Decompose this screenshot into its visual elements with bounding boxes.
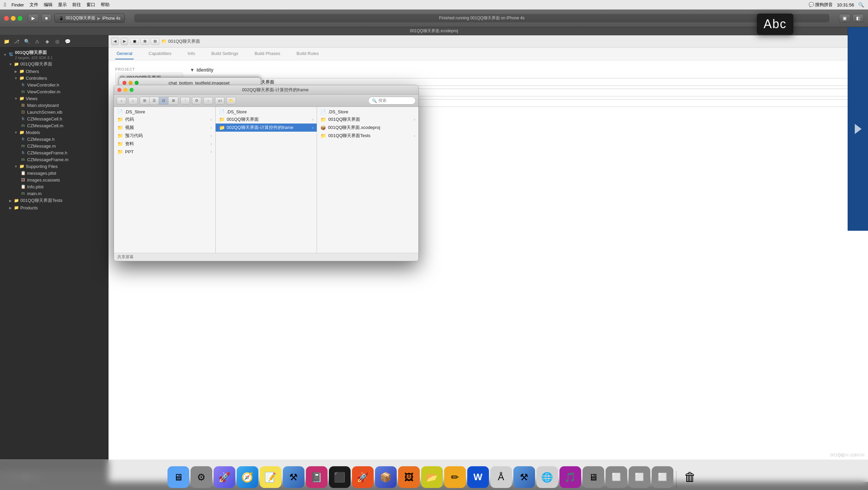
sidebar-item-messages-plist[interactable]: 📋 messages.plist <box>0 170 108 176</box>
help-menu[interactable]: 帮助 <box>101 2 110 8</box>
coverflow-view-btn[interactable]: ⊠ <box>169 97 178 105</box>
list-view-btn[interactable]: ☰ <box>150 97 159 105</box>
scheme-selector[interactable]: 📱 001QQ聊天界面 ▶ iPhone 4s <box>54 14 125 23</box>
breakpoint-icon[interactable]: ◆ <box>43 38 51 45</box>
sidebar-item-czmessagecell-m[interactable]: m CZMessageCell.m <box>0 122 108 129</box>
tab-general[interactable]: General <box>115 48 134 59</box>
forward-button[interactable]: ▶ <box>121 38 128 45</box>
back-button[interactable]: ◀ <box>111 38 119 45</box>
forward-nav-button[interactable]: › <box>128 97 138 105</box>
dock-item-terminal[interactable]: ⬛ <box>329 466 351 488</box>
tab-build-settings[interactable]: Build Settings <box>210 48 240 59</box>
dock-item-filezilla[interactable]: 📂 <box>421 466 443 488</box>
minimize-button-back[interactable] <box>129 81 133 85</box>
close-button[interactable] <box>4 16 9 21</box>
sidebar-item-tests[interactable]: ▶ 📁 001QQ聊天界面Tests <box>0 197 108 204</box>
go-menu[interactable]: 前往 <box>72 2 81 8</box>
finder-row[interactable]: 📁 001QQ聊天界面Tests › <box>317 132 418 140</box>
stop-button[interactable]: ■ <box>41 14 52 22</box>
finder-row-selected[interactable]: 📁 002QQ聊天界面-计算控件的frame › <box>216 124 317 132</box>
minimize-button[interactable] <box>11 16 16 21</box>
file-menu[interactable]: 文件 <box>29 2 38 8</box>
apple-menu[interactable]:  <box>4 2 6 8</box>
finder-row[interactable]: 📁 视频 › <box>114 124 215 132</box>
warning-icon[interactable]: ⚠ <box>33 38 41 45</box>
dock-item-finder[interactable]: 🖥 <box>167 466 189 488</box>
sidebar-item-czmessageframe-h[interactable]: h CZMessageFrame.h <box>0 149 108 156</box>
finder-maximize-button[interactable] <box>130 88 134 92</box>
tab-info[interactable]: Info <box>186 48 196 59</box>
dock-item-app4[interactable]: 🖥 <box>583 466 604 488</box>
search-icon[interactable]: 🔍 <box>858 2 864 7</box>
tab-build-rules[interactable]: Build Rules <box>295 48 320 59</box>
icon-view-btn[interactable]: ⊞ <box>140 97 150 105</box>
sidebar-item-launchscreen[interactable]: ⊡ LaunchScreen.xib <box>0 109 108 115</box>
dock-item-app3[interactable]: 🎵 <box>559 466 581 488</box>
tab-build-phases[interactable]: Build Phases <box>253 48 282 59</box>
finder-search-box[interactable]: 🔍 搜索 <box>368 97 416 105</box>
log-icon[interactable]: 💬 <box>64 38 71 45</box>
input-method[interactable]: 💬 搜狗拼音 <box>809 2 833 8</box>
finder-minimize-button[interactable] <box>123 88 127 92</box>
window-menu[interactable]: 窗口 <box>86 2 95 8</box>
edit-menu[interactable]: 编辑 <box>44 2 53 8</box>
share-button[interactable]: ↑ <box>203 97 213 105</box>
dock-item-word[interactable]: W <box>467 466 489 488</box>
maximize-button[interactable] <box>18 16 22 21</box>
editor-standard-button[interactable]: ▣ <box>839 14 850 22</box>
dock-item-preview[interactable]: 🖼 <box>398 466 420 488</box>
sidebar-item-viewcontroller-m[interactable]: m ViewController.m <box>0 88 108 95</box>
dock-item-xcode[interactable]: ⚒ <box>283 466 304 488</box>
maximize-button-back[interactable] <box>135 81 139 85</box>
arrange-button[interactable]: ⚙ <box>192 97 201 105</box>
sidebar-item-viewcontroller-h[interactable]: h ViewController.h <box>0 81 108 88</box>
run-button[interactable]: ▶ <box>28 14 39 22</box>
dock-item-sysprefs[interactable]: ⚙ <box>191 466 212 488</box>
tab-capabilities[interactable]: Capabilities <box>147 48 173 59</box>
back-nav-button[interactable]: ‹ <box>117 97 126 105</box>
sidebar-item-czmessage-m[interactable]: m CZMessage.m <box>0 143 108 149</box>
sidebar-item-main-m[interactable]: m main.m <box>0 190 108 197</box>
finder-menu[interactable]: Finder <box>12 2 24 7</box>
sidebar-item-czmessageframe-m[interactable]: m CZMessageFrame.m <box>0 156 108 163</box>
sidebar-item-others[interactable]: ▶ 📁 Others <box>0 68 108 75</box>
finder-row[interactable]: 📁 代码 › <box>114 115 215 124</box>
finder-row[interactable]: 📁 PPT › <box>114 148 215 155</box>
dock-item-app6[interactable]: ⬜ <box>629 466 650 488</box>
folder-nav-icon[interactable]: 📁 <box>3 38 10 45</box>
dock-item-safari[interactable]: 🧭 <box>237 466 258 488</box>
sidebar-item-czmessagecell-h[interactable]: h CZMessageCell.h <box>0 115 108 122</box>
finder-row[interactable]: 📄 .DS_Store <box>317 108 418 115</box>
dock-item-app2[interactable]: Å <box>490 466 512 488</box>
sidebar-item-main-folder[interactable]: ▼ 📁 001QQ聊天界面 <box>0 60 108 68</box>
action-button[interactable]: ⋮ <box>180 97 190 105</box>
dock-item-browser[interactable]: 🌐 <box>536 466 558 488</box>
dock-item-transmit[interactable]: 🚀 <box>352 466 374 488</box>
sidebar-item-info-plist[interactable]: 📋 Info.plist <box>0 183 108 190</box>
tag-button[interactable]: 🏷 <box>215 97 224 105</box>
close-button-back[interactable] <box>122 81 126 85</box>
dock-item-sketch[interactable]: ✏ <box>444 466 466 488</box>
source-control-icon[interactable]: ⎇ <box>13 38 20 45</box>
test-icon[interactable]: ◎ <box>54 38 61 45</box>
version-view-btn[interactable]: ⊟ <box>151 38 159 45</box>
dock-item-trash[interactable]: 🗑 <box>679 466 701 488</box>
finder-row[interactable]: 📄 .DS_Store <box>114 108 215 115</box>
sidebar-item-models[interactable]: ▼ 📁 Models <box>0 129 108 136</box>
collapse-arrow-icon[interactable]: ▼ <box>190 67 195 73</box>
dock-item-app7[interactable]: ⬜ <box>652 466 673 488</box>
navigator-toggle[interactable]: ◧ <box>852 14 864 22</box>
search-nav-icon[interactable]: 🔍 <box>23 38 31 45</box>
new-folder-button[interactable]: 📁 <box>226 97 236 105</box>
dock-item-onenote[interactable]: 📓 <box>306 466 328 488</box>
assistant-view-btn[interactable]: ⊞ <box>140 38 149 45</box>
finder-row[interactable]: 📦 001QQ聊天界面.xcodeproj <box>317 124 418 132</box>
finder-row[interactable]: 📁 预习代码 › <box>114 132 215 140</box>
view-menu[interactable]: 显示 <box>58 2 67 8</box>
finder-row[interactable]: 📁 001QQ聊天界面 › <box>216 115 317 124</box>
sidebar-item-views[interactable]: ▼ 📁 Views <box>0 95 108 102</box>
sidebar-item-supporting-files[interactable]: ▼ 📁 Supporting Files <box>0 163 108 170</box>
finder-row[interactable]: 📁 001QQ聊天界面 › <box>317 115 418 124</box>
dock-item-stickies[interactable]: 📝 <box>260 466 281 488</box>
finder-close-button[interactable] <box>117 88 121 92</box>
